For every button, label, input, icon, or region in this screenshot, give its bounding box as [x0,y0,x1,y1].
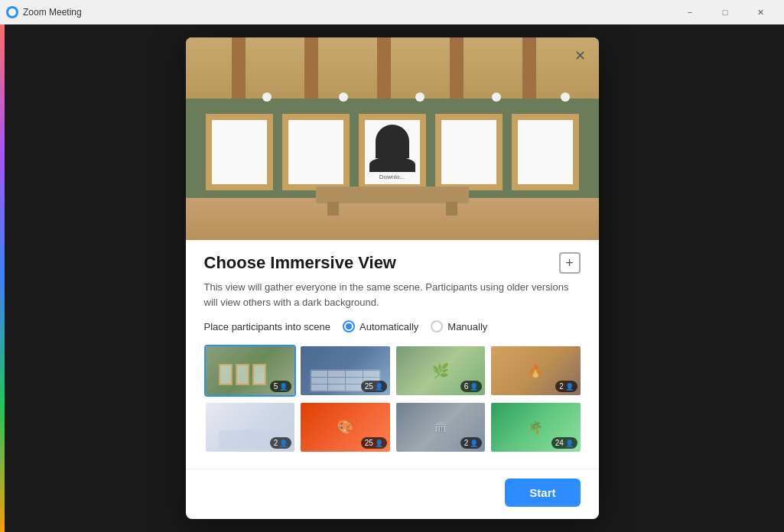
start-button[interactable]: Start [505,478,580,507]
beam-5 [522,37,536,99]
add-scene-button[interactable]: + [559,252,581,274]
placement-options: Automatically Manually [343,320,487,332]
people-icon-6: 👤 [375,440,383,447]
people-icon-7: 👤 [470,440,478,447]
radio-manually[interactable]: Manually [431,320,487,332]
radio-manual-circle [431,320,443,332]
minimize-button[interactable]: − [672,0,708,24]
floor [186,198,599,240]
beam-4 [450,37,464,99]
close-button[interactable]: ✕ [743,0,778,24]
scene-badge-4: 2 👤 [555,381,577,392]
frame-5 [512,114,579,190]
app-title: Zoom Meeting [23,7,672,18]
modal-title: Choose Immersive View [204,253,397,273]
avatar-silhouette [376,125,409,158]
scene-thumb-7[interactable]: 🏛️ 2 👤 [395,401,487,453]
radio-automatically[interactable]: Automatically [343,320,418,332]
frame-1 [206,114,273,190]
modal-overlay: ✕ [0,24,784,532]
window-controls: − □ ✕ [672,0,778,24]
scene-thumb-8[interactable]: 🌴 24 👤 [490,401,581,453]
people-icon-2: 👤 [375,383,383,391]
scene-badge-6: 25 👤 [361,437,387,449]
placement-label: Place participants into scene [204,321,330,332]
frame-2 [282,114,350,190]
light-5 [561,92,570,102]
modal-close-button[interactable]: ✕ [571,47,590,65]
scene-badge-3: 6 👤 [460,381,483,392]
scene-preview: Downlo... [186,37,599,240]
light-1 [262,92,272,102]
scene-thumb-2[interactable]: 25 👤 [299,345,392,397]
modal-header: Choose Immersive View + [204,252,581,274]
scene-thumb-6[interactable]: 🎨 25 👤 [299,401,392,453]
modal-body: Choose Immersive View + This view will g… [186,240,599,469]
beam-2 [304,37,318,99]
scene-thumb-5[interactable]: 2 👤 [204,401,297,453]
placement-row: Place participants into scene Automatica… [204,320,581,332]
modal-footer: Start [186,469,599,519]
bench [316,187,469,203]
light-3 [415,92,425,102]
title-bar: Zoom Meeting − □ ✕ [0,0,784,24]
people-icon-4: 👤 [565,383,574,391]
scene-badge-5: 2 👤 [270,437,292,449]
scene-thumb-4[interactable]: 🔥 2 👤 [490,345,581,397]
immersive-view-modal: ✕ [186,37,599,519]
svg-point-0 [8,8,16,16]
people-icon-5: 👤 [279,440,288,447]
people-icon-8: 👤 [565,440,574,447]
people-icon-3: 👤 [470,383,478,391]
scene-thumb-1[interactable]: 5 👤 [204,345,297,397]
beam-3 [377,37,391,99]
radio-auto-label: Automatically [359,321,418,332]
avatar-name: Downlo... [379,174,405,180]
frame-3-center: Downlo... [359,114,426,190]
beam-1 [232,37,246,99]
frame-4 [435,114,503,190]
modal-description: This view will gather everyone in the sa… [204,280,581,310]
maximize-button[interactable]: □ [708,0,743,24]
scene-thumb-3[interactable]: 🌿 6 👤 [395,345,487,397]
radio-manual-label: Manually [447,321,487,332]
light-4 [492,92,501,102]
radio-auto-circle [343,320,355,332]
scene-badge-1: 5 👤 [270,381,292,392]
room-scene: Downlo... [186,37,599,240]
scene-badge-7: 2 👤 [460,437,483,449]
scene-badge-2: 25 👤 [361,381,387,392]
scene-grid: 5 👤 [204,345,581,453]
ceiling [186,37,599,99]
app-icon [6,6,18,18]
light-2 [339,92,348,102]
frames-container: Downlo... [206,114,579,190]
scene-badge-8: 24 👤 [551,437,577,449]
people-icon-1: 👤 [279,383,288,391]
color-bar [0,24,5,532]
